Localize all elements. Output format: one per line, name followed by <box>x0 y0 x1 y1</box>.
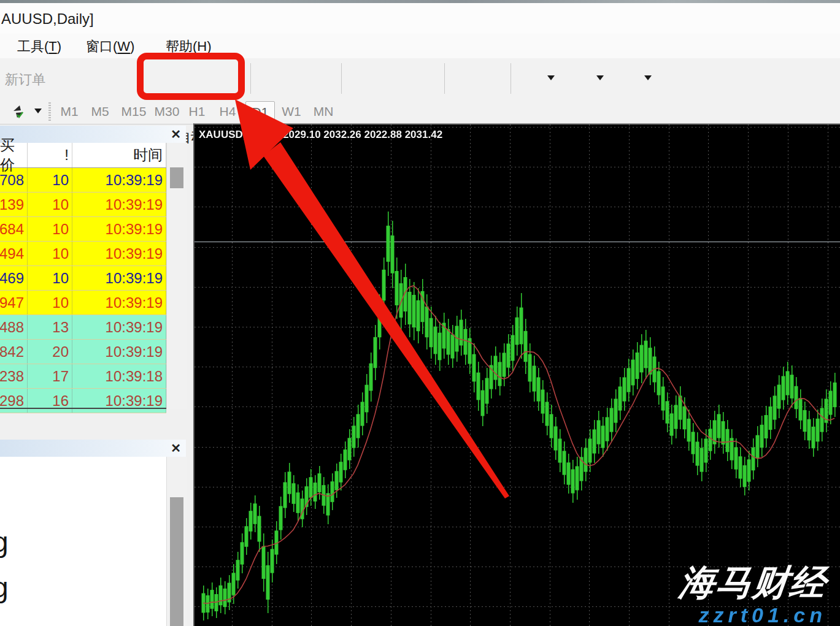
timeframe-button-d1[interactable]: D1 <box>245 101 275 123</box>
quote-row[interactable]: 494 10 10:39:19 <box>0 242 166 266</box>
candlestick-canvas[interactable] <box>195 124 840 626</box>
market-watch-header: ✕ <box>0 126 186 143</box>
market-watch-panel: ✕ 买价 ! 时间 708 10 10:39:19 139 10 10:39:1… <box>0 126 186 423</box>
col-header-flag[interactable]: ! <box>28 143 72 167</box>
quote-count: 10 <box>28 291 72 315</box>
quotes-table-header: 买价 ! 时间 <box>0 143 166 168</box>
clipped-text-fragment: g <box>0 571 9 604</box>
mt4-window: { "window": { "title": "AUUSD,Daily]" },… <box>0 0 840 626</box>
quote-price: 947 <box>0 291 28 315</box>
secondary-scrollbar-thumb[interactable] <box>170 497 183 626</box>
chart-title: XAUUSD,Daily 2029.10 2032.26 2022.88 203… <box>199 129 442 141</box>
toolbar-grip[interactable] <box>48 102 51 121</box>
timeframe-button-h4[interactable]: H4 <box>215 101 241 121</box>
quote-count: 10 <box>28 217 72 241</box>
templates-caret-icon[interactable] <box>644 75 652 80</box>
timeframe-toolbar: M1M5M15M30H1H4D1W1MN <box>0 100 840 124</box>
menu-item[interactable]: 工具(T) <box>17 37 61 56</box>
quote-count: 20 <box>28 340 72 364</box>
close-icon[interactable]: ✕ <box>171 127 181 142</box>
quote-price: 708 <box>0 168 28 192</box>
price-chart[interactable]: XAUUSD,Daily 2029.10 2032.26 2022.88 203… <box>193 123 840 626</box>
quote-time: 10:39:19 <box>72 193 166 216</box>
quote-row[interactable]: 488 13 10:39:19 <box>0 315 166 340</box>
quote-price: 139 <box>0 193 28 216</box>
annotation-highlight-box <box>137 53 245 100</box>
quote-time: 10:39:19 <box>72 291 166 315</box>
quote-row[interactable]: 298 16 10:39:19 <box>0 389 166 413</box>
toolbar-separator <box>341 63 342 94</box>
clipped-text-fragment: g <box>0 525 9 559</box>
menu-item[interactable]: 窗口(W) <box>86 37 134 56</box>
close-icon[interactable]: ✕ <box>171 441 181 456</box>
timeframe-button-m15[interactable]: M15 <box>118 101 150 121</box>
title-bar: AUUSD,Daily] <box>0 3 840 34</box>
toolbar-separator <box>511 63 511 94</box>
timeframe-button-m5[interactable]: M5 <box>87 101 113 121</box>
quote-time: 10:39:19 <box>72 217 166 241</box>
quote-row[interactable]: 684 10 10:39:19 <box>0 217 166 242</box>
quote-price: 238 <box>0 364 28 388</box>
new-order-button[interactable]: 新订单 <box>5 71 45 89</box>
quote-price: 469 <box>0 266 28 290</box>
quote-price: 488 <box>0 315 28 339</box>
secondary-panel: ✕ gg <box>0 440 186 626</box>
quotes-table: 买价 ! 时间 708 10 10:39:19 139 10 10:39:19 … <box>0 143 166 413</box>
quote-row[interactable]: 238 17 10:39:18 <box>0 364 166 389</box>
quote-time: 10:39:19 <box>72 168 166 192</box>
toolbar-separator <box>250 63 251 94</box>
quote-count: 17 <box>28 364 72 388</box>
quote-row[interactable]: 139 10 10:39:19 <box>0 193 166 217</box>
window-title: AUUSD,Daily] <box>1 10 94 28</box>
quote-time: 10:39:18 <box>72 364 166 388</box>
quote-row[interactable]: 842 20 10:39:19 <box>0 340 166 364</box>
col-header-time[interactable]: 时间 <box>72 143 166 167</box>
quote-price: 684 <box>0 217 28 241</box>
quote-row[interactable]: 708 10 10:39:19 <box>0 168 166 193</box>
quote-count: 10 <box>28 168 72 192</box>
symbol-caret-icon[interactable] <box>34 109 42 113</box>
chart-ohlc: 2029.10 2032.26 2022.88 2031.42 <box>283 129 442 141</box>
quote-time: 10:39:19 <box>72 242 166 265</box>
quote-time: 10:39:19 <box>72 315 166 339</box>
symbol-arrows-icon[interactable] <box>9 102 31 122</box>
quote-count: 10 <box>28 266 72 290</box>
quote-row[interactable]: 469 10 10:39:19 <box>0 266 166 291</box>
add-indicator-caret-icon[interactable] <box>547 75 555 80</box>
main-toolbar: 新订单 自动交易 <box>0 58 840 101</box>
quote-price: 494 <box>0 242 28 265</box>
quote-price: 298 <box>0 389 28 413</box>
timeframe-button-m1[interactable]: M1 <box>56 101 82 121</box>
quote-time: 10:39:19 <box>72 340 166 364</box>
table-bottom-border <box>0 408 166 409</box>
quote-count: 10 <box>28 242 72 265</box>
quote-price: 842 <box>0 340 28 364</box>
timeframe-button-mn[interactable]: MN <box>309 101 337 121</box>
quotes-scrollbar-thumb[interactable] <box>170 167 183 188</box>
quote-count: 10 <box>28 193 72 216</box>
chart-symbol-period: XAUUSD,Daily <box>199 129 271 141</box>
menu-bar: 工具(T)窗口(W)帮助(H) <box>0 34 840 58</box>
quote-count: 16 <box>28 389 72 413</box>
timeframe-button-h1[interactable]: H1 <box>184 101 210 121</box>
quote-count: 13 <box>28 315 72 339</box>
periods-caret-icon[interactable] <box>596 75 604 80</box>
quotes-scrollbar[interactable] <box>166 143 187 409</box>
watermark: 海马财经 zzrt01.cn <box>679 559 827 626</box>
timeframe-button-m30[interactable]: M30 <box>151 101 183 121</box>
secondary-scrollbar[interactable] <box>166 457 187 626</box>
secondary-panel-header: ✕ <box>0 440 186 457</box>
quote-time: 10:39:19 <box>72 389 166 413</box>
timeframe-button-w1[interactable]: W1 <box>277 101 306 121</box>
toolbar-separator <box>444 63 445 94</box>
watermark-brand: 海马财经 <box>677 559 829 607</box>
secondary-panel-body: gg <box>0 457 166 626</box>
quote-row[interactable]: 947 10 10:39:19 <box>0 291 166 315</box>
quote-time: 10:39:19 <box>72 266 166 290</box>
col-header-bid[interactable]: 买价 <box>0 143 28 167</box>
